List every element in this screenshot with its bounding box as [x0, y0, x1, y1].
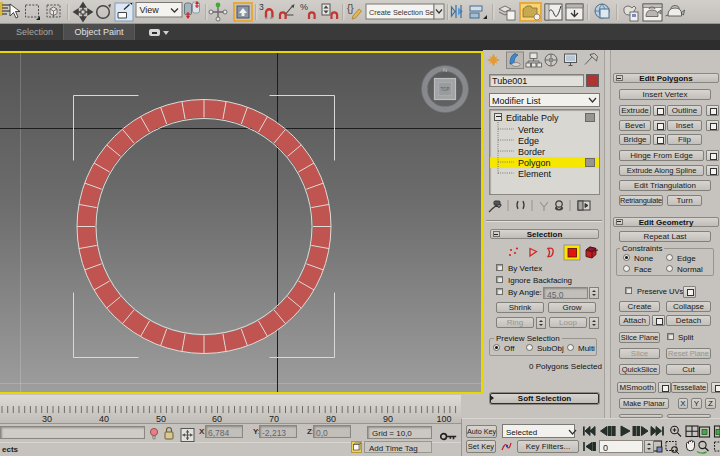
svg-text:%: % — [300, 2, 308, 12]
svg-text:TOP: TOP — [440, 87, 449, 92]
svg-text:Create Selection Se: Create Selection Se — [369, 8, 434, 17]
svg-text:E: E — [463, 87, 467, 93]
svg-text:S: S — [443, 105, 447, 111]
svg-text:30: 30 — [42, 414, 52, 424]
svg-text:View: View — [140, 5, 160, 15]
svg-text:80: 80 — [326, 414, 336, 424]
svg-text:N: N — [443, 67, 447, 73]
svg-text:90: 90 — [383, 414, 393, 424]
svg-text:W: W — [422, 87, 428, 93]
svg-text:3: 3 — [259, 2, 264, 12]
svg-text:60: 60 — [212, 414, 222, 424]
svg-text:70: 70 — [269, 414, 279, 424]
svg-text:50: 50 — [156, 414, 166, 424]
svg-text:100: 100 — [436, 414, 451, 424]
svg-text:40: 40 — [99, 414, 109, 424]
svg-text:{}: {} — [347, 3, 354, 14]
